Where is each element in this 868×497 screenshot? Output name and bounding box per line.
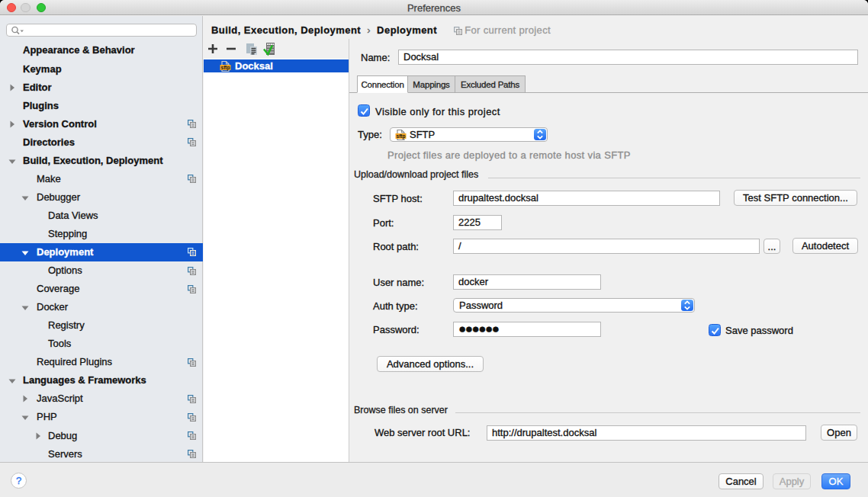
svg-text:sftp: sftp [221,64,230,70]
svg-text:sftp: sftp [397,133,406,139]
